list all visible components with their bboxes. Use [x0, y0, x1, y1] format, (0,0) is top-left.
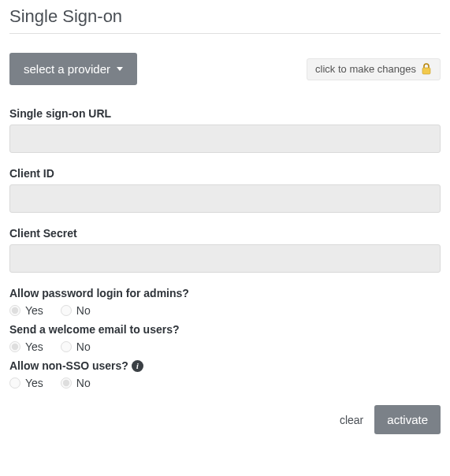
non-sso-users-label: Allow non-SSO users? i: [9, 359, 441, 372]
admin-password-login-section: Allow password login for admins? Yes No: [9, 287, 441, 317]
info-icon[interactable]: i: [132, 360, 143, 372]
lock-icon: [421, 63, 432, 76]
client-secret-input[interactable]: [9, 244, 441, 273]
select-provider-dropdown[interactable]: select a provider: [9, 53, 137, 85]
non-sso-users-options: Yes No: [9, 377, 441, 389]
caret-down-icon: [117, 67, 123, 71]
non-sso-users-section: Allow non-SSO users? i Yes No: [9, 359, 441, 389]
svg-rect-0: [422, 68, 430, 74]
lock-to-edit-badge[interactable]: click to make changes: [307, 58, 441, 80]
non-sso-users-yes-option[interactable]: Yes: [9, 377, 43, 389]
client-id-field-group: Client ID: [9, 167, 441, 213]
welcome-email-yes-radio[interactable]: [9, 341, 20, 352]
welcome-email-options: Yes No: [9, 340, 441, 353]
sso-url-field-group: Single sign-on URL: [9, 107, 441, 153]
footer-actions: clear activate: [9, 405, 441, 434]
activate-button[interactable]: activate: [374, 405, 441, 434]
admin-password-login-options: Yes No: [9, 304, 441, 317]
select-provider-label: select a provider: [24, 62, 110, 76]
welcome-email-no-radio[interactable]: [61, 341, 72, 352]
lock-badge-label: click to make changes: [315, 63, 416, 75]
non-sso-users-no-option[interactable]: No: [61, 377, 91, 389]
client-secret-label: Client Secret: [9, 227, 441, 240]
admin-password-login-yes-label: Yes: [25, 304, 43, 317]
admin-password-login-label: Allow password login for admins?: [9, 287, 441, 299]
welcome-email-section: Send a welcome email to users? Yes No: [9, 323, 441, 353]
admin-password-login-no-radio[interactable]: [61, 305, 72, 316]
toolbar-row: select a provider click to make changes: [9, 53, 441, 85]
welcome-email-label: Send a welcome email to users?: [9, 323, 441, 336]
non-sso-users-label-text: Allow non-SSO users?: [9, 359, 128, 372]
client-id-input[interactable]: [9, 184, 441, 213]
admin-password-login-yes-radio[interactable]: [9, 305, 20, 316]
admin-password-login-no-option[interactable]: No: [61, 304, 91, 317]
admin-password-login-yes-option[interactable]: Yes: [9, 304, 43, 317]
non-sso-users-no-label: No: [76, 377, 91, 389]
non-sso-users-no-radio[interactable]: [61, 377, 72, 389]
welcome-email-no-option[interactable]: No: [61, 340, 91, 353]
non-sso-users-yes-radio[interactable]: [9, 377, 20, 389]
welcome-email-no-label: No: [76, 340, 91, 353]
client-secret-field-group: Client Secret: [9, 227, 441, 273]
client-id-label: Client ID: [9, 167, 441, 180]
page-title: Single Sign-on: [9, 6, 441, 34]
admin-password-login-no-label: No: [76, 304, 91, 317]
welcome-email-yes-label: Yes: [25, 340, 43, 353]
sso-url-input[interactable]: [9, 125, 441, 153]
welcome-email-yes-option[interactable]: Yes: [9, 340, 43, 353]
sso-url-label: Single sign-on URL: [9, 107, 441, 120]
clear-button[interactable]: clear: [340, 414, 363, 426]
non-sso-users-yes-label: Yes: [25, 377, 43, 389]
